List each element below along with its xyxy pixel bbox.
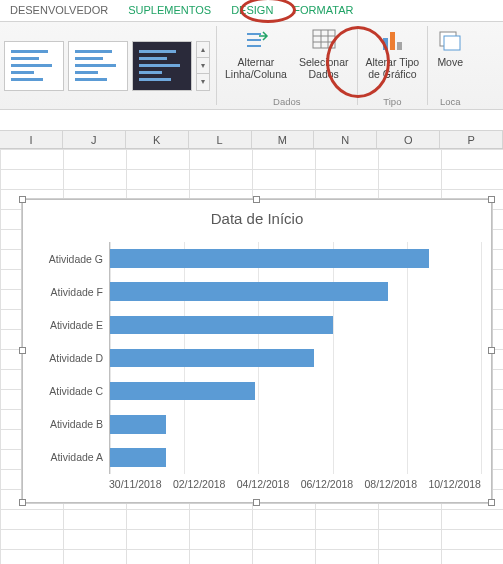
button-label: SelecionarDados: [299, 56, 349, 80]
ribbon: ▴▾▾ AlternarLinha/Coluna SelecionarDados…: [0, 22, 503, 110]
resize-handle[interactable]: [19, 347, 26, 354]
ribbon-separator: [216, 26, 217, 105]
x-axis-label: 06/12/2018: [301, 478, 354, 496]
style-thumb[interactable]: [4, 41, 64, 91]
ribbon-group-dados: AlternarLinha/Coluna SelecionarDados Dad…: [219, 22, 355, 109]
resize-handle[interactable]: [253, 196, 260, 203]
svg-rect-7: [397, 42, 402, 50]
y-axis-label: Atividade F: [37, 286, 109, 298]
tab-desenvolvedor[interactable]: DESENVOLVEDOR: [0, 0, 118, 21]
svg-rect-6: [390, 32, 395, 50]
group-label-local: Loca: [430, 96, 470, 109]
style-thumb[interactable]: [68, 41, 128, 91]
y-axis-label: Atividade A: [37, 451, 109, 463]
chart-styles-gallery[interactable]: ▴▾▾: [0, 22, 214, 109]
group-label-tipo: Tipo: [360, 96, 426, 109]
resize-handle[interactable]: [488, 347, 495, 354]
gridline: [407, 242, 408, 474]
group-label-dados: Dados: [219, 96, 355, 109]
move-chart-button[interactable]: Move: [430, 22, 470, 95]
formula-bar[interactable]: [0, 110, 503, 131]
y-axis-label: Atividade B: [37, 418, 109, 430]
bars-area: [109, 242, 481, 474]
y-axis-label: Atividade G: [37, 253, 109, 265]
ribbon-separator: [357, 26, 358, 105]
y-axis-label: Atividade D: [37, 352, 109, 364]
ribbon-group-local: Move Loca: [430, 22, 470, 109]
embedded-chart[interactable]: Data de Início Atividade GAtividade FAti…: [22, 199, 492, 503]
bar[interactable]: [110, 415, 166, 434]
bar[interactable]: [110, 249, 429, 268]
button-label: Alterar Tipode Gráfico: [366, 56, 420, 80]
style-thumb[interactable]: [132, 41, 192, 91]
bar[interactable]: [110, 349, 314, 368]
resize-handle[interactable]: [253, 499, 260, 506]
column-header[interactable]: P: [440, 131, 503, 148]
select-data-icon: [310, 26, 338, 54]
y-axis: Atividade GAtividade FAtividade EAtivida…: [37, 242, 109, 474]
bar[interactable]: [110, 382, 255, 401]
tab-design[interactable]: DESIGN: [221, 0, 283, 21]
resize-handle[interactable]: [488, 196, 495, 203]
x-axis-label: 02/12/2018: [173, 478, 226, 496]
ribbon-separator: [427, 26, 428, 105]
switch-row-column-button[interactable]: AlternarLinha/Coluna: [219, 22, 293, 95]
x-axis: 30/11/201802/12/201804/12/201806/12/2018…: [109, 478, 481, 496]
resize-handle[interactable]: [488, 499, 495, 506]
svg-rect-9: [444, 36, 460, 50]
tab-suplementos[interactable]: SUPLEMENTOS: [118, 0, 221, 21]
style-gallery-more[interactable]: ▴▾▾: [196, 41, 210, 91]
tab-formatar[interactable]: FORMATAR: [283, 0, 363, 21]
x-axis-label: 30/11/2018: [109, 478, 162, 496]
select-data-button[interactable]: SelecionarDados: [293, 22, 355, 95]
bar[interactable]: [110, 448, 166, 467]
x-axis-label: 08/12/2018: [365, 478, 418, 496]
gridline: [481, 242, 482, 474]
column-header[interactable]: O: [377, 131, 440, 148]
y-axis-label: Atividade E: [37, 319, 109, 331]
change-chart-type-button[interactable]: Alterar Tipode Gráfico: [360, 22, 426, 95]
resize-handle[interactable]: [19, 499, 26, 506]
column-header[interactable]: K: [126, 131, 189, 148]
column-headers-row: I J K L M N O P: [0, 131, 503, 149]
button-label: Move: [437, 56, 463, 68]
svg-rect-0: [313, 30, 335, 48]
svg-rect-5: [383, 38, 388, 50]
spreadsheet-grid[interactable]: Data de Início Atividade GAtividade FAti…: [0, 149, 503, 564]
chart-type-icon: [378, 26, 406, 54]
plot-area: Atividade GAtividade FAtividade EAtivida…: [37, 242, 481, 474]
column-header[interactable]: J: [63, 131, 126, 148]
y-axis-label: Atividade C: [37, 385, 109, 397]
move-chart-icon: [436, 26, 464, 54]
switch-row-column-icon: [242, 26, 270, 54]
ribbon-group-tipo: Alterar Tipode Gráfico Tipo: [360, 22, 426, 109]
gridline: [333, 242, 334, 474]
resize-handle[interactable]: [19, 196, 26, 203]
bar[interactable]: [110, 282, 388, 301]
button-label: AlternarLinha/Coluna: [225, 56, 287, 80]
chart-title[interactable]: Data de Início: [23, 200, 491, 233]
ribbon-tabs: DESENVOLVEDOR SUPLEMENTOS DESIGN FORMATA…: [0, 0, 503, 22]
column-header[interactable]: I: [0, 131, 63, 148]
column-header[interactable]: M: [252, 131, 315, 148]
bar[interactable]: [110, 316, 333, 335]
x-axis-label: 10/12/2018: [428, 478, 481, 496]
x-axis-label: 04/12/2018: [237, 478, 290, 496]
column-header[interactable]: N: [314, 131, 377, 148]
column-header[interactable]: L: [189, 131, 252, 148]
